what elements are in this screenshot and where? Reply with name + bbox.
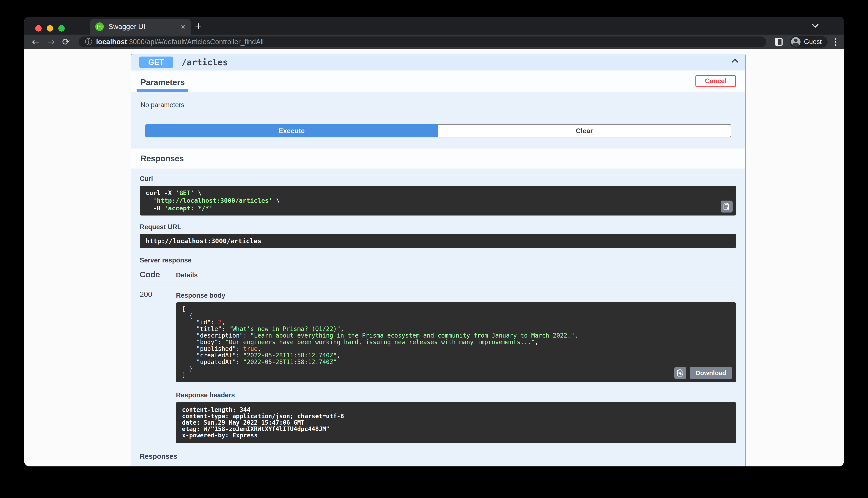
back-icon[interactable]: ←: [32, 37, 40, 47]
status-code: 200: [140, 290, 176, 443]
zoom-window-button[interactable]: [58, 25, 65, 31]
swagger-page: GET /articles Parameters Cancel No param…: [24, 49, 844, 467]
browser-menu-icon[interactable]: [835, 38, 837, 45]
method-badge: GET: [139, 56, 173, 68]
minimize-window-button[interactable]: [47, 25, 53, 31]
avatar: [791, 37, 801, 47]
tab-title: Swagger UI: [108, 23, 176, 31]
browser-window: {-} Swagger UI × + ← → ⟳ ⓘ localhost:300…: [24, 17, 844, 467]
response-headers-label: Response headers: [176, 391, 736, 399]
responses-section-header: Responses: [131, 148, 745, 169]
divider: [140, 284, 736, 285]
clear-button[interactable]: Clear: [438, 124, 731, 137]
execute-button[interactable]: Execute: [145, 124, 438, 137]
profile-button[interactable]: Guest: [790, 36, 828, 48]
new-tab-button[interactable]: +: [195, 21, 201, 31]
copy-response-button[interactable]: [674, 367, 686, 379]
collapse-chevron-icon[interactable]: [732, 60, 737, 65]
responses-title: Responses: [141, 154, 184, 163]
opblock-summary[interactable]: GET /articles: [131, 54, 745, 70]
server-response-label: Server response: [140, 257, 736, 264]
response-details: Response body [ { "id": 2, "title": "Wha…: [176, 290, 736, 443]
response-body-json: [ { "id": 2, "title": "What's new in Pri…: [182, 306, 730, 379]
browser-tab-swagger-ui[interactable]: {-} Swagger UI ×: [90, 19, 191, 35]
url-rest: :3000/api/#/default/ArticlesController_f…: [127, 38, 264, 45]
response-headers-lines: content-length: 344content-type: applica…: [182, 407, 730, 439]
curl-code: curl -X 'GET' \ 'http://localhost:3000/a…: [146, 189, 730, 212]
responses-inner: Curl curl -X 'GET' \ 'http://localhost:3…: [131, 169, 745, 467]
response-headers-block: content-length: 344content-type: applica…: [176, 402, 736, 443]
no-parameters-text: No parameters: [131, 92, 745, 117]
server-response-table-header: Code Details: [140, 270, 736, 284]
cancel-button[interactable]: Cancel: [695, 75, 736, 87]
code-column-header: Code: [140, 270, 176, 279]
reload-icon[interactable]: ⟳: [62, 37, 70, 47]
curl-label: Curl: [140, 175, 736, 183]
side-panel-icon[interactable]: [775, 38, 782, 45]
details-column-header: Details: [176, 272, 198, 279]
download-button[interactable]: Download: [690, 367, 732, 379]
endpoint-path: /articles: [181, 57, 724, 67]
url-text: localhost:3000/api/#/default/ArticlesCon…: [96, 38, 264, 46]
profile-label: Guest: [804, 38, 822, 45]
forward-icon[interactable]: →: [47, 37, 55, 47]
tab-close-icon[interactable]: ×: [181, 23, 186, 31]
response-body-block: [ { "id": 2, "title": "What's new in Pri…: [176, 302, 736, 382]
parameters-header: Parameters Cancel: [131, 70, 745, 92]
tab-parameters[interactable]: Parameters: [141, 78, 188, 92]
server-response-row: 200 Response body [ { "id": 2, "title": …: [140, 290, 736, 443]
curl-command: curl -X 'GET' \ 'http://localhost:3000/a…: [140, 186, 736, 215]
site-info-icon[interactable]: ⓘ: [85, 37, 92, 47]
url-host: localhost: [96, 38, 127, 45]
browser-tabstrip: {-} Swagger UI × +: [24, 17, 844, 35]
request-url-value: http://localhost:3000/articles: [140, 234, 736, 248]
response-body-actions: Download: [674, 367, 732, 379]
response-body-label: Response body: [176, 292, 736, 299]
opblock-get-articles: GET /articles Parameters Cancel No param…: [131, 54, 746, 467]
tab-search-chevron-icon[interactable]: [813, 22, 818, 28]
copy-curl-button[interactable]: [720, 200, 732, 212]
execute-row: Execute Clear: [131, 117, 745, 148]
screenshot-stage: {-} Swagger UI × + ← → ⟳ ⓘ localhost:300…: [0, 0, 868, 498]
request-url-label: Request URL: [140, 223, 736, 231]
clipboard-copy-icon: [724, 203, 730, 210]
browser-toolbar: ← → ⟳ ⓘ localhost:3000/api/#/default/Art…: [24, 35, 844, 49]
clipboard-copy-icon: [677, 369, 684, 377]
address-bar[interactable]: ⓘ localhost:3000/api/#/default/ArticlesC…: [79, 37, 767, 47]
responses-table-label: Responses: [140, 453, 736, 460]
swagger-favicon-icon: {-}: [95, 23, 104, 31]
close-window-button[interactable]: [35, 25, 42, 31]
window-controls: [35, 25, 65, 31]
